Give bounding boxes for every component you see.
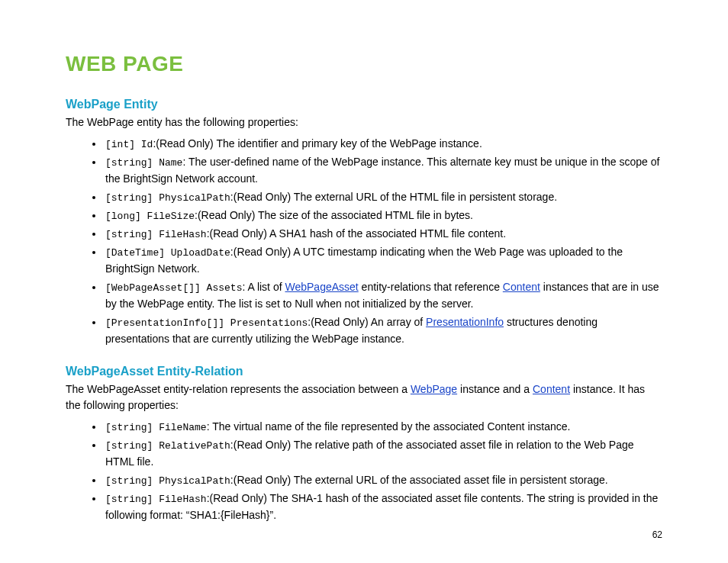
section-heading-webpageasset: WebPageAsset Entity-Relation: [66, 365, 662, 378]
property-list: [string] FileName: The virtual name of t…: [66, 419, 662, 524]
link-webpage[interactable]: WebPage: [411, 383, 457, 395]
link-content[interactable]: Content: [533, 383, 570, 395]
type-code: [string] FileHash: [105, 229, 207, 240]
type-code: [WebPageAsset[]] Assets: [105, 282, 242, 294]
type-code: [string] PhysicalPath: [105, 192, 230, 204]
list-item: [string] PhysicalPath:(Read Only) The ex…: [104, 472, 662, 489]
list-item: [PresentationInfo[]] Presentations:(Read…: [104, 314, 662, 348]
prop-desc: :(Read Only) The external URL of the HTM…: [230, 191, 557, 203]
intro-text: instance and a: [457, 383, 533, 395]
link-presentationinfo[interactable]: PresentationInfo: [426, 316, 504, 328]
list-item: [long] FileSize:(Read Only) The size of …: [104, 208, 662, 224]
link-content[interactable]: Content: [503, 281, 540, 293]
prop-desc: :(Read Only) A SHA1 hash of the associat…: [207, 227, 506, 240]
list-item: [string] RelativePath:(Read Only) The re…: [104, 437, 662, 471]
type-code: [string] FileName: [105, 422, 207, 433]
type-code: [long] FileSize: [105, 211, 195, 222]
list-item: [DateTime] UploadDate:(Read Only) A UTC …: [104, 244, 662, 278]
type-code: [string] Name: [105, 157, 182, 169]
type-code: [string] PhysicalPath: [105, 475, 230, 487]
prop-desc: : The virtual name of the file represent…: [207, 420, 571, 433]
page-number: 62: [652, 529, 662, 540]
type-code: [PresentationInfo[]] Presentations: [105, 317, 308, 329]
property-list: [int] Id:(Read Only) The identifier and …: [66, 136, 662, 348]
prop-desc: :(Read Only) The identifier and primary …: [153, 137, 482, 150]
list-item: [string] FileHash:(Read Only) The SHA-1 …: [104, 491, 662, 524]
prop-desc: :(Read Only) The size of the associated …: [195, 209, 473, 221]
section-intro: The WebPage entity has the following pro…: [66, 114, 662, 131]
prop-desc: : The user-defined name of the WebPage i…: [105, 156, 659, 185]
section-heading-webpage-entity: WebPage Entity: [66, 98, 662, 111]
type-code: [DateTime] UploadDate: [105, 247, 230, 259]
section-intro: The WebPageAsset entity-relation represe…: [66, 381, 662, 414]
link-webpageasset[interactable]: WebPageAsset: [285, 281, 358, 293]
prop-desc-pre: :(Read Only) An array of: [308, 316, 426, 328]
type-code: [int] Id: [105, 139, 153, 150]
document-page: WEB PAGE WebPage Entity The WebPage enti…: [0, 0, 728, 556]
list-item: [string] PhysicalPath:(Read Only) The ex…: [104, 189, 662, 206]
prop-desc-pre: : A list of: [242, 281, 285, 293]
type-code: [string] FileHash: [105, 494, 207, 505]
prop-desc: :(Read Only) The external URL of the ass…: [230, 474, 608, 486]
list-item: [int] Id:(Read Only) The identifier and …: [104, 136, 662, 153]
list-item: [string] Name: The user-defined name of …: [104, 154, 662, 188]
page-title: WEB PAGE: [66, 52, 662, 76]
list-item: [string] FileName: The virtual name of t…: [104, 419, 662, 436]
prop-desc-mid: entity-relations that reference: [359, 281, 503, 293]
type-code: [string] RelativePath: [105, 440, 230, 452]
intro-text: The WebPageAsset entity-relation represe…: [66, 383, 411, 395]
list-item: [WebPageAsset[]] Assets: A list of WebPa…: [104, 279, 662, 313]
list-item: [string] FileHash:(Read Only) A SHA1 has…: [104, 226, 662, 243]
